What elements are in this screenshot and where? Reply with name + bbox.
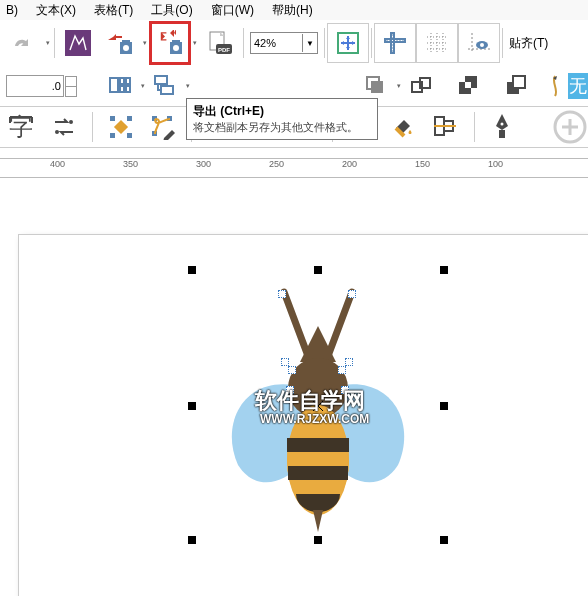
svg-point-32 bbox=[55, 130, 59, 134]
selection-handle[interactable] bbox=[440, 266, 448, 274]
export-dropdown[interactable]: ▾ bbox=[191, 24, 199, 62]
separator bbox=[243, 28, 244, 58]
zoom-input[interactable] bbox=[251, 36, 302, 50]
selection-handle[interactable] bbox=[314, 266, 322, 274]
separator bbox=[324, 28, 325, 58]
ruler-button[interactable] bbox=[374, 23, 416, 63]
selection-handle[interactable] bbox=[188, 266, 196, 274]
zoom-dropdown-arrow[interactable]: ▼ bbox=[302, 34, 317, 52]
stepper-down[interactable] bbox=[65, 87, 77, 97]
layout-2-button[interactable] bbox=[146, 66, 184, 106]
stepper-up[interactable] bbox=[65, 76, 77, 87]
app-icon[interactable] bbox=[57, 23, 99, 63]
tooltip-desc: 将文档副本另存为其他文件格式。 bbox=[193, 120, 371, 135]
group-button[interactable] bbox=[403, 66, 441, 106]
ruler-tick: 150 bbox=[415, 159, 430, 169]
svg-rect-36 bbox=[110, 133, 115, 138]
menu-text[interactable]: 文本(X) bbox=[36, 2, 76, 19]
separator bbox=[92, 112, 93, 142]
separator bbox=[54, 28, 55, 58]
menu-tools[interactable]: 工具(O) bbox=[151, 2, 192, 19]
guides-button[interactable] bbox=[458, 23, 500, 63]
redo-dropdown[interactable]: ▾ bbox=[44, 24, 52, 62]
object-node[interactable] bbox=[338, 366, 346, 374]
combine-button[interactable] bbox=[450, 66, 488, 106]
svg-point-12 bbox=[480, 43, 484, 47]
selection-handle[interactable] bbox=[188, 536, 196, 544]
add-icon[interactable] bbox=[552, 109, 588, 145]
ruler-top[interactable]: 400 350 300 250 200 150 100 bbox=[0, 158, 588, 178]
outline-width-icon[interactable] bbox=[549, 74, 561, 98]
grid-button[interactable] bbox=[416, 23, 458, 63]
svg-rect-56 bbox=[287, 438, 349, 452]
export-button[interactable] bbox=[149, 21, 191, 65]
redo-button[interactable] bbox=[2, 23, 44, 63]
svg-rect-15 bbox=[126, 78, 130, 84]
svg-rect-37 bbox=[127, 133, 132, 138]
svg-point-31 bbox=[69, 120, 73, 124]
object-node[interactable] bbox=[281, 358, 289, 366]
svg-rect-17 bbox=[126, 86, 130, 92]
shape-edit-icon[interactable] bbox=[149, 112, 177, 142]
layout-1-button[interactable] bbox=[101, 66, 139, 106]
svg-rect-34 bbox=[110, 116, 115, 121]
ruler-tick: 250 bbox=[269, 159, 284, 169]
svg-rect-16 bbox=[120, 86, 124, 92]
tooltip-title: 导出 (Ctrl+E) bbox=[193, 104, 264, 118]
svg-rect-2 bbox=[122, 40, 130, 44]
bianzi-icon[interactable]: 字 bbox=[6, 112, 36, 142]
paint-bucket-icon[interactable] bbox=[389, 112, 417, 142]
svg-point-6 bbox=[173, 45, 179, 51]
svg-rect-26 bbox=[465, 82, 471, 88]
object-node[interactable] bbox=[345, 358, 353, 366]
selection-handle[interactable] bbox=[314, 536, 322, 544]
shape-tool-diamond-icon[interactable] bbox=[107, 112, 135, 142]
watermark-url: WWW.RJZXW.COM bbox=[260, 412, 369, 426]
menu-table[interactable]: 表格(T) bbox=[94, 2, 133, 19]
menu-window[interactable]: 窗口(W) bbox=[211, 2, 254, 19]
ruler-tick: 200 bbox=[342, 159, 357, 169]
ruler-tick: 350 bbox=[123, 159, 138, 169]
selection-handle[interactable] bbox=[188, 402, 196, 410]
align-edges-icon[interactable] bbox=[431, 112, 459, 142]
object-node[interactable] bbox=[348, 290, 356, 298]
svg-rect-19 bbox=[161, 86, 173, 94]
svg-rect-14 bbox=[120, 78, 124, 84]
svg-rect-13 bbox=[110, 78, 118, 92]
zoom-combo[interactable]: ▼ bbox=[250, 32, 318, 54]
svg-point-51 bbox=[501, 123, 504, 126]
pen-tool-icon[interactable] bbox=[488, 112, 516, 142]
separator bbox=[371, 28, 372, 58]
svg-point-3 bbox=[123, 45, 129, 51]
reverse-direction-icon[interactable] bbox=[50, 112, 78, 142]
svg-text:无: 无 bbox=[569, 76, 587, 96]
svg-rect-33 bbox=[114, 120, 128, 134]
svg-text:PDF: PDF bbox=[218, 47, 230, 53]
order-front-dropdown[interactable]: ▾ bbox=[396, 67, 403, 105]
ruler-tick: 400 bbox=[50, 159, 65, 169]
ruler-tick: 100 bbox=[488, 159, 503, 169]
fullscreen-button[interactable] bbox=[327, 23, 369, 63]
no-fill-swatch[interactable]: 无 bbox=[568, 73, 588, 99]
snap-label[interactable]: 贴齐(T) bbox=[509, 35, 548, 52]
export-tooltip: 导出 (Ctrl+E) 将文档副本另存为其他文件格式。 bbox=[186, 98, 378, 140]
selection-handle[interactable] bbox=[440, 402, 448, 410]
divider bbox=[0, 147, 588, 148]
svg-rect-28 bbox=[513, 76, 525, 88]
selection-handle[interactable] bbox=[440, 536, 448, 544]
separator bbox=[502, 28, 503, 58]
separator bbox=[474, 112, 475, 142]
menu-help[interactable]: 帮助(H) bbox=[272, 2, 313, 19]
pdf-export-button[interactable]: PDF bbox=[199, 23, 241, 63]
canvas[interactable]: 软件自学网 WWW.RJZXW.COM bbox=[18, 210, 588, 596]
front-minus-back-button[interactable] bbox=[498, 66, 536, 106]
import-dropdown[interactable]: ▾ bbox=[141, 24, 149, 62]
layout-1-dropdown[interactable]: ▾ bbox=[139, 67, 146, 105]
ruler-left[interactable] bbox=[0, 210, 19, 596]
property-value-input[interactable] bbox=[6, 75, 64, 97]
menu-b[interactable]: B) bbox=[6, 3, 18, 17]
svg-rect-52 bbox=[499, 130, 505, 138]
object-node[interactable] bbox=[288, 366, 296, 374]
object-node[interactable] bbox=[278, 290, 286, 298]
import-button[interactable] bbox=[99, 23, 141, 63]
